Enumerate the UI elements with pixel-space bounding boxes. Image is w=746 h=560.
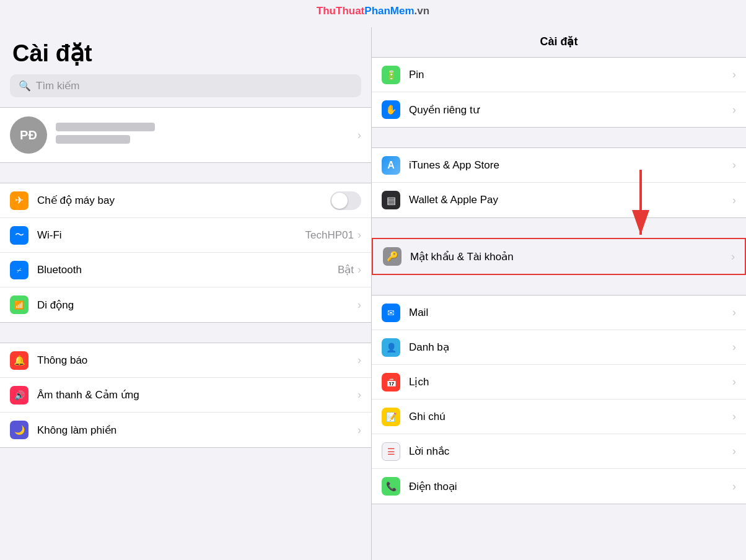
phone-label: Điện thoại [409,480,732,493]
battery-row[interactable]: 🔋 Pin › [372,58,746,92]
right-title: Cài đặt [372,27,746,57]
sounds-row[interactable]: 🔊 Âm thanh & Cảm ứng › [0,378,371,413]
sounds-icon: 🔊 [14,390,25,400]
wallet-icon: ▤ [387,195,396,206]
phone-icon-box: 📞 [382,477,400,496]
search-bar[interactable]: 🔍 Tìm kiếm [10,74,361,97]
reminders-icon: ☰ [387,447,395,457]
notes-label: Ghi chú [409,411,732,423]
notes-chevron: › [732,410,736,423]
profile-name-blurred [56,123,155,131]
wallet-icon-box: ▤ [382,191,400,209]
battery-label: Pin [409,69,732,81]
airplane-mode-row[interactable]: ✈ Chế độ máy bay [0,183,371,218]
calendar-row[interactable]: 📅 Lịch › [372,365,746,400]
right-sep-3 [372,275,746,295]
watermark-phan: Phan [364,5,390,17]
wifi-value: TechHP01 [305,229,354,242]
reminders-icon-box: ☰ [382,442,400,461]
privacy-label: Quyền riêng tư [409,103,732,116]
calendar-label: Lịch [409,375,732,388]
phone-chevron: › [732,480,736,493]
notifications-row[interactable]: 🔔 Thông báo › [0,343,371,378]
bluetooth-value: Bật [338,263,354,276]
mail-row[interactable]: ✉ Mail › [372,295,746,330]
dnd-row[interactable]: 🌙 Không làm phiền › [0,413,371,447]
bluetooth-icon-box: ⌿ [10,261,29,279]
wifi-icon: 〜 [15,229,24,241]
reminders-row[interactable]: ☰ Lời nhắc › [372,434,746,469]
app-container: Cài đặt 🔍 Tìm kiếm PĐ › ✈ Ch [0,0,746,560]
right-group-2: A iTunes & App Store › ▤ Wallet & Apple … [372,147,746,218]
right-panel: Cài đặt 🔋 Pin › ✋ Quyền riêng tư › [372,27,746,560]
watermark: ThuThuatPhanMem.vn [317,5,429,17]
contacts-chevron: › [732,341,736,354]
mobile-icon: 📶 [14,300,24,310]
profile-row[interactable]: PĐ › [0,107,371,163]
itunes-icon: A [387,160,395,171]
right-group-1: 🔋 Pin › ✋ Quyền riêng tư › [372,57,746,128]
password-row[interactable]: 🔑 Mật khẩu & Tài khoản › [373,239,745,274]
notifications-label: Thông báo [37,354,358,367]
notifications-icon-box: 🔔 [10,351,29,370]
airplane-toggle[interactable] [330,191,361,210]
profile-info [56,123,358,147]
settings-group-1: ✈ Chế độ máy bay 〜 Wi-Fi TechHP01 › ⌿ [0,183,371,323]
itunes-row[interactable]: A iTunes & App Store › [372,148,746,183]
mobile-row[interactable]: 📶 Di động › [0,287,371,322]
bluetooth-label: Bluetooth [37,264,338,276]
wallet-row[interactable]: ▤ Wallet & Apple Pay › [372,183,746,217]
profile-chevron: › [358,129,361,142]
password-group: 🔑 Mật khẩu & Tài khoản › [372,238,746,275]
itunes-label: iTunes & App Store [409,159,732,172]
airplane-icon: ✈ [15,194,24,207]
sounds-icon-box: 🔊 [10,386,29,405]
watermark-vn: .vn [415,5,430,17]
right-group-4: ✉ Mail › 👤 Danh bạ › 📅 Lịch › [372,295,746,504]
right-sep-2 [372,218,746,238]
privacy-icon-box: ✋ [382,100,400,119]
contacts-label: Danh bạ [409,341,732,354]
privacy-row[interactable]: ✋ Quyền riêng tư › [372,92,746,127]
itunes-chevron: › [732,159,736,172]
separator-2 [0,323,371,343]
search-placeholder: Tìm kiếm [36,79,79,92]
wifi-row[interactable]: 〜 Wi-Fi TechHP01 › [0,218,371,253]
dnd-icon-box: 🌙 [10,421,29,439]
mobile-chevron: › [358,299,361,312]
search-icon: 🔍 [19,80,31,92]
privacy-chevron: › [732,103,736,116]
wifi-icon-box: 〜 [10,226,29,245]
bluetooth-icon: ⌿ [16,265,22,276]
mobile-icon-box: 📶 [10,295,29,314]
mail-chevron: › [732,306,736,319]
airplane-icon-box: ✈ [10,191,29,210]
sounds-label: Âm thanh & Cảm ứng [37,388,358,401]
left-title: Cài đặt [0,27,371,74]
sounds-chevron: › [358,388,361,401]
notifications-icon: 🔔 [14,355,25,366]
wallet-label: Wallet & Apple Pay [409,194,732,206]
wifi-chevron: › [358,229,361,242]
right-sep-1 [372,128,746,147]
watermark-thu: Thu [317,5,336,17]
left-panel: Cài đặt 🔍 Tìm kiếm PĐ › ✈ Ch [0,27,372,560]
bluetooth-row[interactable]: ⌿ Bluetooth Bật › [0,253,371,287]
watermark-mem: Mem [390,5,415,17]
password-icon-box: 🔑 [383,247,402,266]
battery-icon: 🔋 [386,70,397,80]
notes-icon: 📝 [386,412,397,422]
mail-icon-box: ✉ [382,304,400,322]
contacts-row[interactable]: 👤 Danh bạ › [372,330,746,365]
dnd-chevron: › [358,424,361,437]
dnd-icon: 🌙 [14,425,25,435]
notifications-chevron: › [358,354,361,367]
calendar-chevron: › [732,375,736,388]
itunes-icon-box: A [382,156,400,175]
phone-row[interactable]: 📞 Điện thoại › [372,469,746,504]
wallet-chevron: › [732,194,736,207]
avatar: PĐ [10,116,47,154]
notes-row[interactable]: 📝 Ghi chú › [372,400,746,434]
wifi-label: Wi-Fi [37,229,305,242]
profile-sub-blurred [56,135,130,144]
